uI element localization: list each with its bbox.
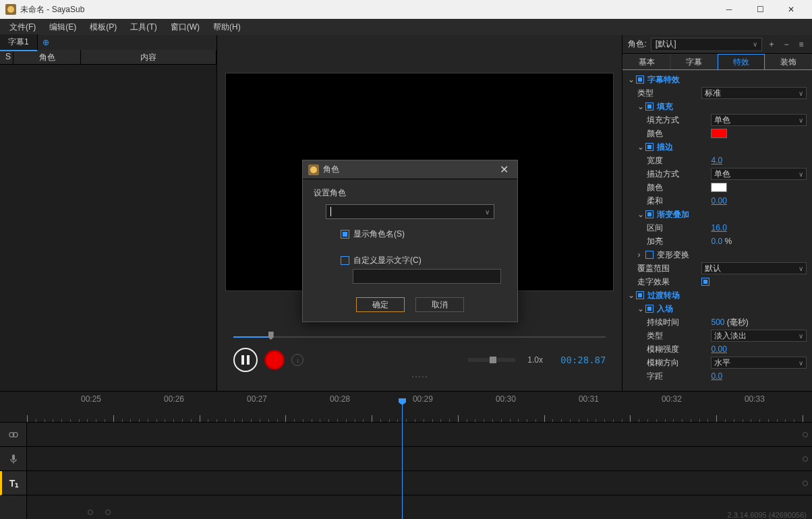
- role-dialog: 角色 ✕ 设置角色 ∨ 显示角色名(S) 自定义显示文字(C) 确定 取消: [302, 160, 518, 322]
- dialog-title: 角色: [323, 164, 496, 175]
- show-name-label: 显示角色名(S): [353, 228, 405, 240]
- dialog-overlay: 角色 ✕ 设置角色 ∨ 显示角色名(S) 自定义显示文字(C) 确定 取消: [0, 0, 812, 519]
- role-name-combo[interactable]: ∨: [326, 204, 494, 219]
- dialog-close-button[interactable]: ✕: [496, 162, 512, 178]
- cancel-button[interactable]: 取消: [415, 297, 464, 312]
- custom-text-input[interactable]: [353, 269, 501, 284]
- set-role-label: 设置角色: [314, 187, 506, 199]
- ok-button[interactable]: 确定: [356, 297, 405, 312]
- dialog-icon: [308, 164, 319, 175]
- custom-text-checkbox[interactable]: [341, 256, 349, 265]
- custom-text-label: 自定义显示文字(C): [353, 255, 422, 266]
- show-name-checkbox[interactable]: [341, 230, 349, 239]
